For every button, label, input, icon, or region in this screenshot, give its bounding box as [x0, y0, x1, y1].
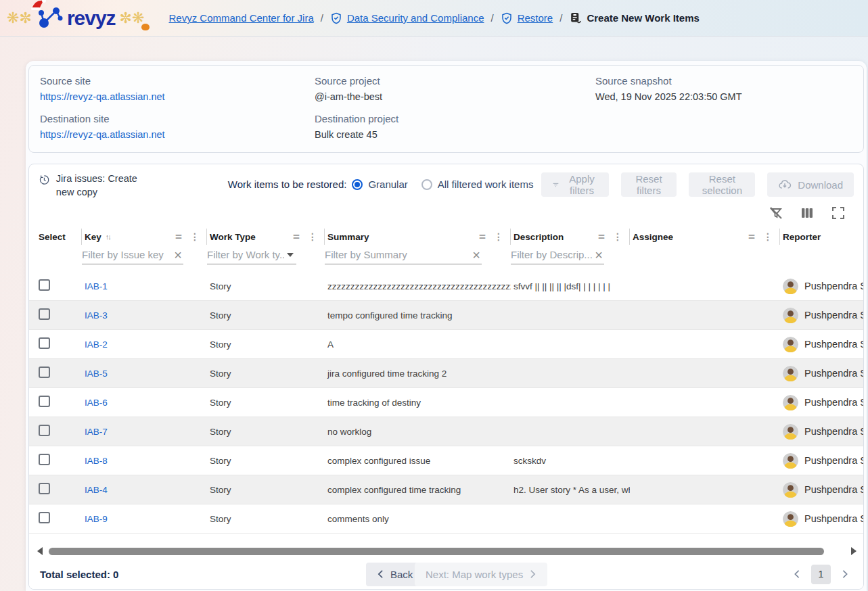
table-row[interactable]: IAB-4 Story complex configured time trac…: [29, 475, 863, 504]
table-row[interactable]: IAB-1 Story zzzzzzzzzzzzzzzzzzzzzzzzzzzz…: [29, 272, 863, 301]
column-assignee[interactable]: Assignee =⋮: [630, 229, 780, 245]
table-row[interactable]: IAB-5 Story jira configured time trackin…: [29, 359, 863, 388]
description-filter[interactable]: ×: [511, 249, 604, 264]
table-row[interactable]: IAB-6 Story time tracking of destiny Pus…: [29, 388, 863, 417]
caret-down-icon[interactable]: [287, 253, 294, 257]
column-summary[interactable]: Summary =⋮: [325, 229, 511, 245]
reset-filters-button[interactable]: Reset filters: [621, 172, 677, 197]
previous-page-icon[interactable]: [794, 569, 800, 579]
summary-filter-input[interactable]: [325, 249, 471, 260]
work-type-cell: Story: [207, 398, 325, 408]
source-project-field: Source project @i-am-the-best: [315, 75, 595, 102]
reset-selection-button[interactable]: Reset selection: [689, 172, 755, 197]
summary-filter[interactable]: ×: [325, 249, 482, 264]
row-checkbox[interactable]: [39, 396, 50, 407]
breadcrumb-link-command-center[interactable]: Revyz Command Center for Jira: [168, 12, 313, 24]
page-number[interactable]: 1: [811, 565, 831, 584]
column-resize-icon[interactable]: =: [293, 231, 300, 243]
source-snapshot-field: Source snapshot Wed, 19 Nov 2025 22:03:5…: [595, 75, 852, 102]
source-snapshot-label: Source snapshot: [595, 75, 852, 87]
issue-key-link[interactable]: IAB-3: [85, 310, 108, 321]
issue-key-link[interactable]: IAB-7: [85, 427, 108, 437]
issue-key-link[interactable]: IAB-2: [85, 339, 108, 350]
column-description[interactable]: Description =⋮: [511, 229, 630, 245]
table-row[interactable]: IAB-2 Story A Pushpendra Sha: [29, 330, 863, 359]
download-button[interactable]: Download: [767, 172, 854, 197]
column-work-type[interactable]: Work Type =⋮: [207, 229, 325, 245]
row-checkbox[interactable]: [39, 425, 50, 436]
source-snapshot-value: Wed, 19 Nov 2025 22:03:50 GMT: [595, 91, 852, 102]
filter-off-icon[interactable]: [769, 206, 783, 220]
issue-key-link[interactable]: IAB-5: [85, 369, 108, 379]
column-key[interactable]: Key↑↓ =⋮: [82, 229, 207, 245]
revyz-logo[interactable]: ❋✼ revyz ✼❋: [0, 5, 154, 32]
granular-radio[interactable]: [352, 179, 363, 190]
avatar: [783, 366, 798, 381]
column-menu-icon[interactable]: ⋮: [190, 231, 200, 242]
work-type-filter-input[interactable]: [207, 249, 284, 260]
next-map-work-types-button[interactable]: Next: Map work types: [415, 563, 547, 586]
reporter-name: Pushpendra Sha: [804, 455, 863, 466]
row-checkbox[interactable]: [39, 279, 50, 291]
issue-key-link[interactable]: IAB-6: [85, 398, 108, 408]
row-checkbox[interactable]: [39, 512, 50, 523]
breadcrumb-link-data-security[interactable]: Data Security and Compliance: [347, 12, 484, 24]
description-filter-input[interactable]: [511, 249, 593, 260]
source-site-link[interactable]: https://revyz-qa.atlassian.net: [40, 91, 315, 102]
reporter-name: Pushpendra Sha: [804, 426, 863, 437]
row-checkbox[interactable]: [39, 483, 50, 494]
column-resize-icon[interactable]: =: [175, 231, 182, 243]
horizontal-scrollbar[interactable]: [37, 546, 856, 557]
column-menu-icon[interactable]: ⋮: [494, 231, 503, 242]
issue-key-link[interactable]: IAB-9: [85, 514, 108, 524]
column-resize-icon[interactable]: =: [748, 231, 755, 243]
total-selected-label: Total selected: 0: [40, 569, 118, 580]
issue-key-link[interactable]: IAB-1: [85, 281, 108, 291]
issue-key-link[interactable]: IAB-8: [85, 456, 108, 466]
table-row[interactable]: IAB-9 Story comments only Pushpendra Sha: [29, 504, 863, 534]
column-menu-icon[interactable]: ⋮: [613, 231, 622, 242]
table-footer: Total selected: 0 Back Next: Map work ty…: [29, 559, 863, 589]
destination-site-link[interactable]: https://revyz-qa.atlassian.net: [40, 129, 315, 140]
reporter-name: Pushpendra Sha: [804, 368, 863, 379]
key-filter-input[interactable]: [82, 249, 173, 260]
table-row[interactable]: IAB-8 Story complex configured issue sck…: [29, 446, 863, 475]
description-cell: sckskdv: [511, 456, 630, 466]
column-menu-icon[interactable]: ⋮: [763, 231, 773, 242]
scrollbar-thumb[interactable]: [49, 548, 824, 555]
top-bar: ❋✼ revyz ✼❋ Revyz Command Center for Jir…: [0, 0, 868, 37]
work-type-filter[interactable]: [207, 249, 296, 264]
row-checkbox[interactable]: [39, 454, 50, 465]
breadcrumb: Revyz Command Center for Jira / Data Sec…: [168, 11, 699, 24]
apply-filters-button[interactable]: Apply filters: [541, 172, 608, 197]
breadcrumb-link-restore[interactable]: Restore: [518, 12, 553, 24]
fullscreen-icon[interactable]: [831, 206, 846, 220]
table-row[interactable]: IAB-3 Story tempo configured time tracki…: [29, 301, 863, 330]
clear-x-icon[interactable]: ×: [471, 250, 482, 260]
granular-radio-label[interactable]: Granular: [368, 179, 407, 190]
work-type-cell: Story: [207, 369, 325, 379]
columns-icon[interactable]: [800, 206, 815, 220]
clear-x-icon[interactable]: ×: [173, 250, 183, 260]
table-row[interactable]: IAB-7 Story no worklog Pushpendra Sha: [29, 417, 863, 446]
all-filtered-radio[interactable]: [421, 179, 432, 190]
row-checkbox[interactable]: [39, 367, 50, 378]
work-items-panel: Jira issues: Create new copy Work items …: [28, 164, 864, 590]
column-resize-icon[interactable]: =: [598, 231, 605, 243]
issue-key-link[interactable]: IAB-4: [85, 485, 108, 495]
all-filtered-radio-label[interactable]: All filtered work items: [438, 179, 534, 190]
action-buttons: Apply filters Reset filters Reset select…: [541, 172, 854, 197]
row-checkbox[interactable]: [39, 337, 50, 349]
column-menu-icon[interactable]: ⋮: [308, 231, 317, 242]
scroll-left-arrow-icon[interactable]: [37, 547, 43, 555]
column-resize-icon[interactable]: =: [479, 231, 486, 243]
snowflake-decoration-icon: ✼❋: [120, 11, 145, 26]
clear-x-icon[interactable]: ×: [593, 250, 604, 260]
row-checkbox[interactable]: [39, 308, 50, 320]
next-page-icon[interactable]: [842, 569, 848, 579]
key-filter[interactable]: ×: [82, 249, 183, 264]
scroll-right-arrow-icon[interactable]: [851, 547, 856, 555]
reporter-name: Pushpendra Sha: [804, 310, 863, 321]
sort-arrows-icon[interactable]: ↑↓: [106, 233, 110, 241]
column-reporter[interactable]: Reporter: [780, 229, 863, 245]
